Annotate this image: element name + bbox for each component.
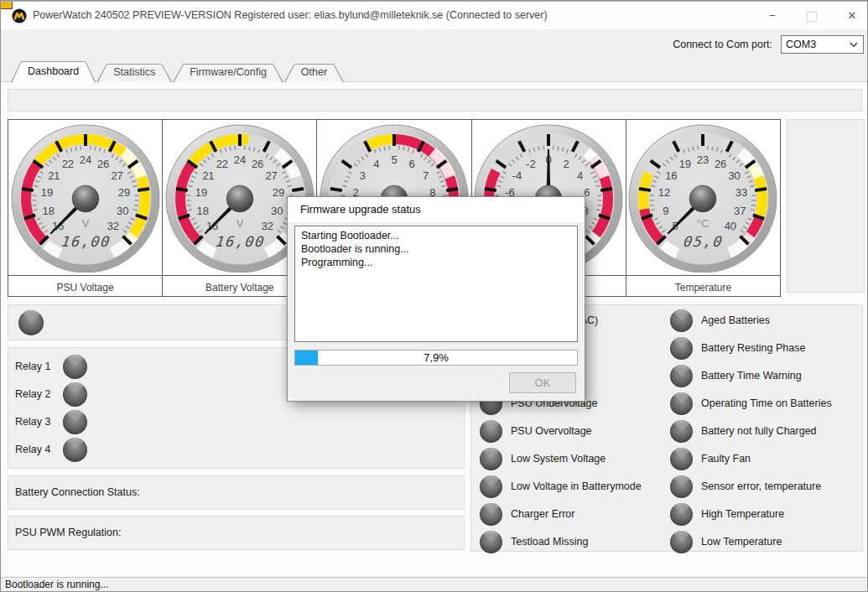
status-label: PSU Overvoltage: [511, 419, 592, 444]
status-led: [670, 309, 693, 332]
titlebar[interactable]: PowerWatch 240502 PREVIEW-VERSION Regist…: [1, 1, 867, 29]
svg-text:24: 24: [79, 153, 91, 166]
tab-label: Firmware/Config: [173, 64, 283, 81]
system-led: [18, 310, 44, 335]
status-label: Battery Time Warning: [701, 364, 802, 388]
tab-label: Dashboard: [11, 61, 96, 80]
svg-text:18: 18: [196, 205, 208, 217]
svg-text:05,0: 05,0: [683, 233, 725, 250]
svg-text:26: 26: [252, 158, 263, 170]
firmware-log[interactable]: Starting Bootloader...Bootloader is runn…: [294, 226, 578, 342]
battery-connection-label: Battery Connection Status:: [15, 476, 140, 509]
gauge-caption: Temperature: [626, 278, 780, 298]
relay-row: Relay 3: [8, 409, 464, 434]
status-label: Low Voltage in Batterymode: [511, 475, 642, 499]
maximize-icon: [807, 12, 817, 22]
tab-firmware-config[interactable]: Firmware/Config: [173, 64, 283, 82]
app-window: PowerWatch 240502 PREVIEW-VERSION Regist…: [0, 0, 868, 592]
status-label: Charger Error: [511, 502, 574, 527]
svg-text:23: 23: [697, 153, 709, 166]
tab-label: Other: [284, 64, 344, 81]
gauge-psu-voltage: 1618192122242627293032V16,00: [10, 122, 161, 273]
svg-text:V: V: [236, 217, 243, 230]
progress-label: 7,9%: [295, 351, 577, 364]
background-window-artifact: [1, 2, 13, 9]
relay-label: Relay 1: [15, 354, 50, 379]
relay-led: [63, 438, 87, 462]
battery-connection-panel: Battery Connection Status:: [8, 475, 465, 510]
com-port-select[interactable]: COM3: [781, 35, 864, 54]
svg-text:5: 5: [391, 153, 397, 166]
tab-statistics[interactable]: Statistics: [96, 64, 172, 82]
status-label: Battery Resting Phase: [701, 336, 805, 361]
status-label: Low System Voltage: [511, 447, 606, 471]
svg-text:V: V: [81, 217, 89, 230]
app-logo-icon: [12, 8, 27, 23]
status-label: Operating Time on Batteries: [701, 392, 832, 416]
svg-text:22: 22: [61, 158, 73, 170]
tab-dashboard[interactable]: Dashboard: [11, 61, 96, 82]
svg-text:30: 30: [271, 205, 283, 217]
svg-text:24: 24: [234, 153, 246, 166]
gauge-separator: [626, 275, 780, 276]
right-blank-panel: [787, 119, 865, 293]
relay-label: Relay 2: [15, 382, 50, 407]
svg-text:27: 27: [111, 169, 122, 182]
status-label: Aged Batteries: [701, 309, 770, 333]
ok-button[interactable]: OK: [509, 372, 576, 393]
status-led: [670, 420, 693, 443]
progress-bar: 7,9%: [294, 350, 578, 366]
svg-text:4: 4: [373, 158, 379, 170]
gauge-cell-temperature: 59121619232630333740°C05,0Temperature: [626, 120, 780, 296]
gauge-temperature: 59121619232630333740°C05,0: [627, 122, 778, 273]
svg-text:19: 19: [679, 158, 691, 170]
status-led: [670, 448, 693, 470]
psu-pwm-panel: PSU PWM Regulation:: [8, 516, 465, 550]
tab-other[interactable]: Other: [284, 64, 344, 82]
svg-text:9: 9: [663, 205, 669, 217]
dialog-titlebar[interactable]: Firmware upgrade status: [288, 197, 585, 222]
status-led: [670, 503, 693, 526]
svg-text:6: 6: [408, 158, 414, 170]
svg-text:21: 21: [48, 169, 60, 182]
svg-text:16,00: 16,00: [60, 233, 112, 250]
minimize-button[interactable]: −: [758, 2, 787, 29]
close-button[interactable]: ✕: [838, 2, 866, 29]
gauge-caption: PSU Voltage: [8, 278, 162, 298]
svg-text:21: 21: [202, 169, 214, 182]
svg-text:29: 29: [272, 186, 283, 199]
dialog-title: Firmware upgrade status: [300, 203, 421, 216]
status-label: Low Temperature: [701, 530, 782, 554]
status-led: [670, 392, 693, 415]
svg-text:2: 2: [564, 158, 569, 170]
status-led: [480, 503, 502, 526]
relay-led: [63, 410, 87, 434]
svg-text:-4: -4: [512, 169, 522, 182]
status-led: [480, 448, 502, 470]
status-label: Testload Missing: [511, 530, 588, 554]
svg-text:30: 30: [729, 169, 741, 182]
svg-text:32: 32: [107, 220, 118, 232]
relay-label: Relay 3: [15, 409, 50, 434]
status-led: [670, 531, 693, 553]
svg-text:16,00: 16,00: [215, 233, 266, 250]
status-led: [670, 365, 693, 387]
statusbar-text: Bootloader is running...: [5, 579, 108, 590]
maximize-button[interactable]: [798, 2, 826, 29]
svg-text:40: 40: [725, 220, 736, 232]
tab-label: Statistics: [96, 64, 172, 81]
status-bar: Bootloader is running...: [1, 577, 867, 592]
gauge-separator: [8, 275, 162, 276]
relay-led: [63, 382, 87, 407]
svg-text:16: 16: [666, 169, 678, 182]
svg-text:7: 7: [423, 169, 429, 182]
status-led: [480, 420, 502, 443]
svg-text:4: 4: [577, 169, 583, 182]
relay-led: [63, 355, 87, 379]
svg-text:19: 19: [40, 186, 52, 199]
status-label: Faulty Fan: [701, 447, 751, 471]
svg-text:26: 26: [715, 158, 726, 170]
com-port-value: COM3: [786, 39, 816, 50]
status-label: High Temperature: [701, 502, 784, 527]
status-label: Sensor error, temperature: [701, 475, 821, 499]
